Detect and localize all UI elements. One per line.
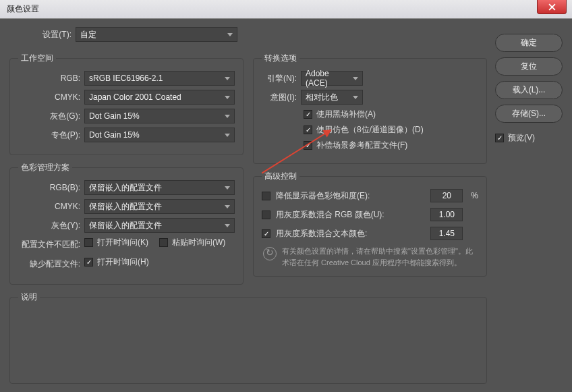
blend-rgb-input[interactable]: 1.00	[430, 208, 463, 221]
settings-select[interactable]: 自定	[76, 27, 237, 42]
desat-checkbox[interactable]	[262, 192, 270, 200]
blend-text-checkbox[interactable]	[262, 229, 270, 238]
ws-gray-select[interactable]: Dot Gain 15%	[84, 109, 235, 123]
reset-button[interactable]: 复位	[495, 57, 563, 76]
convert-group: 转换选项 引擎(N): Adobe (ACE) 意图(I): 相对比色 使用黑场…	[253, 53, 487, 164]
blend-rgb-checkbox[interactable]	[262, 211, 270, 219]
mismatch-open-checkbox[interactable]	[84, 238, 93, 247]
mismatch-label: 配置文件不匹配:	[18, 239, 80, 250]
chevron-down-icon	[225, 96, 230, 99]
dialog-title: 颜色设置	[7, 3, 39, 15]
chevron-down-icon	[227, 33, 233, 36]
workspace-legend: 工作空间	[18, 53, 56, 64]
close-button[interactable]	[537, 0, 567, 14]
pol-cmyk-select[interactable]: 保留嵌入的配置文件	[84, 199, 235, 214]
convert-legend: 转换选项	[262, 53, 299, 64]
ok-button[interactable]: 确定	[495, 34, 563, 52]
chevron-down-icon	[225, 115, 230, 118]
compensate-checkbox[interactable]	[304, 141, 312, 150]
ws-cmyk-select[interactable]: Japan Color 2001 Coated	[84, 90, 235, 105]
chevron-down-icon	[225, 186, 230, 190]
chevron-down-icon	[353, 77, 358, 80]
intent-label: 意图(I):	[262, 92, 297, 103]
blackpoint-checkbox[interactable]	[304, 110, 312, 119]
dialog-body: 设置(T): 自定 工作空间 RGB: sRGB IEC61966-2.1 CM…	[0, 19, 572, 392]
preview-checkbox[interactable]	[495, 134, 504, 142]
settings-label: 设置(T):	[9, 29, 72, 40]
chevron-down-icon	[225, 224, 230, 227]
load-button[interactable]: 载入(L)...	[495, 81, 563, 99]
desat-input[interactable]: 20	[430, 189, 463, 202]
description-legend: 说明	[18, 291, 40, 303]
dither-checkbox[interactable]	[304, 125, 312, 134]
policies-group: 色彩管理方案 RGB(B): 保留嵌入的配置文件 CMYK: 保留嵌入的配置文件…	[9, 162, 244, 285]
chevron-down-icon	[225, 205, 230, 208]
title-bar: 颜色设置	[0, 0, 572, 19]
ws-gray-label: 灰色(G):	[18, 111, 80, 122]
pol-rgb-label: RGB(B):	[18, 183, 80, 192]
pol-rgb-select[interactable]: 保留嵌入的配置文件	[84, 180, 235, 195]
engine-label: 引擎(N):	[262, 73, 297, 84]
advanced-legend: 高级控制	[262, 171, 299, 182]
ws-rgb-label: RGB:	[18, 74, 80, 83]
intent-select[interactable]: 相对比色	[301, 90, 363, 105]
missing-open-checkbox[interactable]	[84, 258, 93, 267]
info-text: 有关颜色设置的详情，请在帮助中搜索"设置色彩管理"。此术语在任何 Creativ…	[282, 246, 478, 268]
info-icon	[263, 247, 277, 260]
mismatch-paste-checkbox[interactable]	[159, 238, 168, 247]
pol-gray-label: 灰色(Y):	[18, 220, 80, 231]
description-group: 说明	[9, 291, 487, 384]
ws-spot-label: 专色(P):	[18, 130, 80, 141]
ws-rgb-select[interactable]: sRGB IEC61966-2.1	[84, 71, 235, 86]
chevron-down-icon	[353, 96, 358, 99]
pol-cmyk-label: CMYK:	[18, 202, 80, 211]
advanced-group: 高级控制 降低显示器色彩饱和度(E): 20% 用灰度系数混合 RGB 颜色(U…	[253, 171, 487, 277]
pol-gray-select[interactable]: 保留嵌入的配置文件	[84, 218, 235, 233]
policies-legend: 色彩管理方案	[18, 162, 72, 173]
close-icon	[548, 3, 556, 11]
missing-label: 缺少配置文件:	[18, 258, 80, 270]
chevron-down-icon	[225, 77, 230, 80]
chevron-down-icon	[225, 134, 230, 137]
workspace-group: 工作空间 RGB: sRGB IEC61966-2.1 CMYK: Japan …	[9, 53, 244, 155]
engine-select[interactable]: Adobe (ACE)	[301, 71, 363, 86]
ws-spot-select[interactable]: Dot Gain 15%	[84, 128, 235, 142]
blend-text-input[interactable]: 1.45	[430, 227, 463, 240]
ws-cmyk-label: CMYK:	[18, 92, 80, 102]
save-button[interactable]: 存储(S)...	[495, 105, 563, 123]
